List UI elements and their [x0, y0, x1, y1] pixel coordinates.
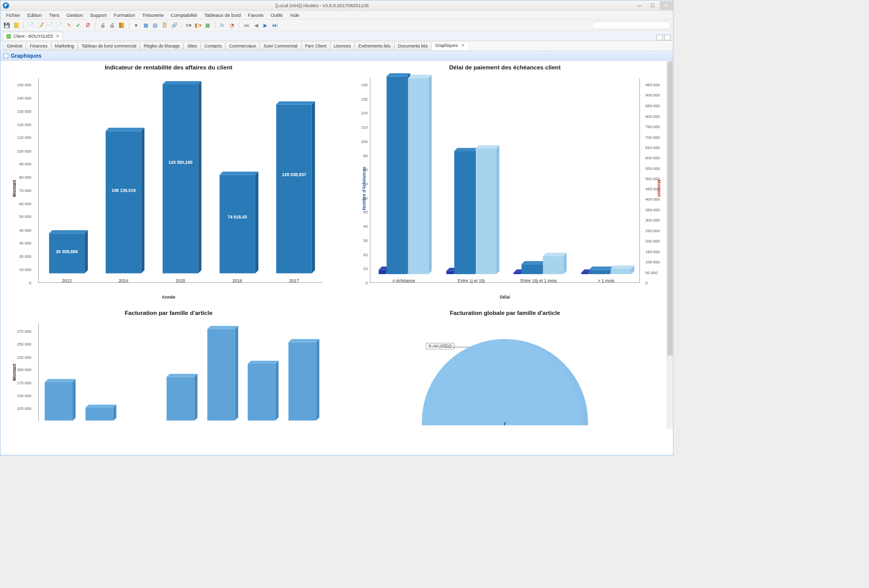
y-tick: 110 000 — [7, 136, 34, 140]
bar — [543, 256, 563, 274]
maximize-view-icon[interactable] — [664, 35, 670, 40]
vertical-scrollbar[interactable] — [667, 61, 673, 429]
menu-favoris[interactable]: Favoris — [245, 11, 267, 18]
y-tick: 20 — [343, 253, 370, 257]
subtab-documents[interactable]: Documents liés — [394, 42, 432, 50]
subtab-regles[interactable]: Règles de blocage — [140, 42, 184, 50]
print-icon[interactable]: 🖨 — [99, 21, 107, 29]
subtab-finances[interactable]: Finances — [26, 42, 51, 50]
search-box[interactable] — [592, 21, 671, 29]
bar — [408, 78, 428, 274]
y2-tick: 700 000 — [643, 135, 667, 139]
menu-edition[interactable]: Edition — [24, 11, 45, 18]
scroll-thumb[interactable] — [667, 61, 672, 356]
y2-tick: 900 000 — [643, 93, 667, 98]
green-box-icon[interactable]: ▦ — [204, 21, 212, 29]
y-tick: 130 000 — [7, 109, 34, 114]
print2-icon[interactable]: 🖨 — [108, 21, 116, 29]
nav-first-icon[interactable]: ⏮ — [243, 21, 251, 29]
new-doc-icon[interactable]: 📄 — [27, 21, 35, 29]
menu-comptabilite[interactable]: Comptabilité — [167, 11, 200, 18]
y2-tick: 200 000 — [643, 239, 667, 243]
view-layout-icons — [657, 35, 671, 40]
x-tick: 2017 — [276, 278, 312, 283]
swatch-icon[interactable]: ◧▾ — [195, 21, 203, 29]
grid-icon[interactable]: ▦ — [141, 21, 150, 29]
y2-tick: 300 000 — [643, 218, 667, 223]
subtab-sites[interactable]: Sites — [183, 42, 201, 50]
y2-tick: 500 000 — [643, 177, 667, 181]
menu-gestion[interactable]: Gestion — [63, 11, 86, 18]
document-tab[interactable]: Client - BOUYGUES ✕ — [3, 32, 63, 40]
list-icon[interactable]: ≡▾ — [185, 21, 193, 29]
minimize-view-icon[interactable] — [657, 35, 663, 40]
subtab-general[interactable]: Général — [3, 42, 26, 50]
y-tick: 30 — [343, 238, 370, 243]
menu-formation[interactable]: Formation — [110, 11, 138, 18]
bar — [522, 264, 542, 274]
menu-support[interactable]: Support — [87, 11, 110, 18]
menu-tresorerie[interactable]: Trésorerie — [139, 11, 166, 18]
cancel-icon[interactable]: Ø — [84, 21, 92, 29]
bar-value-label: 128 038,937 — [276, 172, 312, 177]
y-tick: 120 000 — [7, 122, 34, 127]
db-icon[interactable]: 🗄 — [161, 21, 169, 29]
subtab-suivi[interactable]: Suivi Commercial — [260, 42, 302, 50]
y-tick: 80 — [343, 167, 370, 172]
y-tick: 120 — [343, 111, 370, 116]
menu-outils[interactable]: Outils — [268, 11, 286, 18]
menu-tiers[interactable]: Tiers — [46, 11, 63, 18]
close-button[interactable]: ✕ — [660, 1, 673, 10]
y-tick: 150 000 — [7, 83, 34, 87]
doc-red-icon[interactable]: 📄 — [56, 21, 64, 29]
maximize-button[interactable]: ☐ — [646, 1, 660, 10]
book-icon[interactable]: 📒 — [12, 21, 20, 29]
nav-prev-icon[interactable]: ◀ — [252, 21, 260, 29]
book2-icon[interactable]: 📙 — [117, 21, 126, 29]
dropdown-icon[interactable]: ▾ — [132, 21, 140, 29]
subtab-evenements[interactable]: Evénements liés — [354, 42, 394, 50]
y-axis-label: Montant — [12, 364, 17, 381]
menu-fichier[interactable]: Fichier — [3, 11, 23, 18]
x-tick: 2016 — [220, 278, 255, 283]
subtab-licences[interactable]: Licences — [330, 42, 355, 50]
minimize-button[interactable]: — — [633, 1, 646, 10]
subtab-contacts[interactable]: Contacts — [201, 42, 226, 50]
subtab-tableau[interactable]: Tableau de bord commercial — [78, 42, 140, 50]
close-tab-icon[interactable]: ✕ — [56, 33, 60, 39]
y-tick: 10 000 — [7, 267, 34, 272]
menu-aide[interactable]: Aide — [286, 11, 302, 18]
bar — [85, 408, 113, 421]
bar: 128 038,937 — [276, 105, 312, 274]
share-icon[interactable]: 🔗 — [170, 21, 178, 29]
table-icon[interactable]: ▤ — [151, 21, 159, 29]
subtab-marketing[interactable]: Marketing — [51, 42, 78, 50]
save-icon[interactable]: 💾 — [3, 21, 11, 29]
subtab-commerciaux[interactable]: Commerciaux — [225, 42, 260, 50]
x-tick: A échéance — [379, 278, 429, 283]
pie-slice-label: 8-AKUITEO — [426, 343, 454, 349]
doc-green-icon[interactable]: 📄 — [46, 21, 54, 29]
bar — [611, 268, 631, 274]
subtab-graphiques[interactable]: Graphiques ✕ — [431, 41, 469, 50]
pie-chart-icon[interactable]: ◔ — [228, 21, 236, 29]
y-tick: 175 000 — [7, 381, 34, 385]
close-subtab-icon[interactable]: ✕ — [461, 43, 465, 47]
chart-title: Délai de paiement des échéances client — [343, 64, 667, 71]
y2-tick: 50 000 — [643, 270, 667, 275]
chart-invoice-global: Facturation globale par famille d'articl… — [337, 306, 673, 429]
bar-value-label: 143 350,165 — [163, 160, 199, 164]
bar — [45, 382, 73, 421]
edit-doc-icon[interactable]: 📝 — [36, 21, 44, 29]
y-tick: 40 — [343, 224, 370, 229]
check-icon[interactable]: ✔ — [75, 21, 83, 29]
pie-chart — [422, 339, 588, 425]
x-tick: 2013 — [49, 278, 85, 283]
reload-icon[interactable]: ↻ — [219, 21, 227, 29]
menu-tableaux[interactable]: Tableaux de bord — [201, 11, 244, 18]
subtab-parc[interactable]: Parc Client — [301, 42, 330, 50]
search-input[interactable] — [592, 21, 671, 29]
edit-icon[interactable]: ✎ — [65, 21, 73, 29]
nav-last-icon[interactable]: ⏭ — [271, 21, 279, 29]
nav-next-icon[interactable]: ▶ — [261, 21, 270, 29]
